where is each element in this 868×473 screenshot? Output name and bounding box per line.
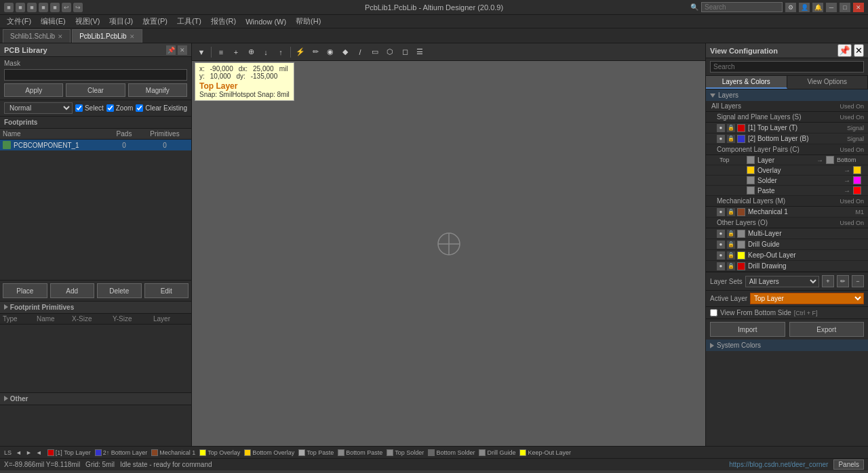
- keepout-color[interactable]: [737, 251, 745, 260]
- user-button[interactable]: 👤: [799, 3, 810, 12]
- menu-place[interactable]: 放置(P): [138, 16, 172, 27]
- lb-top-overlay[interactable]: Top Overlay: [199, 449, 240, 456]
- mech1-layer-lock[interactable]: 🔒: [727, 208, 735, 216]
- add-button[interactable]: Add: [50, 283, 95, 298]
- multi-layer-color[interactable]: [737, 230, 745, 238]
- tb-pencil-btn[interactable]: ✏: [309, 45, 322, 59]
- minimize-button[interactable]: ─: [826, 3, 837, 12]
- apply-button[interactable]: Apply: [4, 83, 63, 97]
- menu-project[interactable]: 项目(J): [105, 16, 137, 27]
- multi-layer-row[interactable]: ● 🔒 Multi-Layer: [706, 228, 868, 239]
- mask-input[interactable]: [4, 69, 187, 81]
- bottom-layer-vis[interactable]: ●: [717, 135, 725, 143]
- menu-edit[interactable]: 编辑(E): [37, 16, 70, 27]
- clear-existing-checkbox[interactable]: [136, 104, 143, 112]
- top-layer-row[interactable]: ● 🔒 [1] Top Layer (T) Signal: [706, 123, 868, 133]
- edit-button[interactable]: Edit: [144, 283, 189, 298]
- bottom-layer-row[interactable]: ● 🔒 [2] Bottom Layer (B) Signal: [706, 133, 868, 144]
- lb-drill-guide[interactable]: Drill Guide: [479, 449, 515, 456]
- tb-diamond-btn[interactable]: ◆: [338, 45, 352, 59]
- rp-search-input[interactable]: [710, 61, 864, 73]
- lb-top-paste[interactable]: Top Paste: [298, 449, 334, 456]
- tb-power-btn[interactable]: ⚡: [294, 45, 307, 59]
- tab-pcblib[interactable]: PcbLib1.PcbLib ✕: [72, 29, 142, 43]
- lb-prev[interactable]: ◄: [14, 449, 23, 456]
- export-button[interactable]: Export: [789, 322, 865, 337]
- bottom-layer-color[interactable]: [737, 135, 745, 143]
- other-layers-header[interactable]: Other Layers (O) Used On: [706, 218, 868, 228]
- canvas-area[interactable]: ▼ ≡ + ⊕ ↓ ↑ ⚡ ✏ ◉ ◆ / ▭ ⬡ ◻ ☰ x: -90,000…: [192, 43, 705, 446]
- tb-add-btn[interactable]: +: [229, 45, 243, 59]
- multi-layer-lock[interactable]: 🔒: [727, 230, 735, 238]
- tb-list-btn[interactable]: ☰: [413, 45, 427, 59]
- signal-layers-header[interactable]: Signal and Plane Layers (S) Used On: [706, 112, 868, 123]
- multi-layer-vis[interactable]: ●: [717, 230, 725, 238]
- normal-dropdown[interactable]: Normal: [4, 102, 73, 114]
- mech1-layer-row[interactable]: ● 🔒 Mechanical 1 M1: [706, 207, 868, 218]
- drill-drawing-color[interactable]: [737, 262, 745, 270]
- keepout-vis[interactable]: ●: [717, 251, 725, 260]
- drill-guide-vis[interactable]: ●: [717, 241, 725, 249]
- layer-sets-edit-btn[interactable]: ✏: [837, 275, 849, 287]
- active-layer-select[interactable]: Top Layer: [750, 293, 864, 304]
- fp-row-0[interactable]: PCBCOMPONENT_1 0 0: [0, 140, 191, 150]
- tab-pcblib-close[interactable]: ✕: [130, 33, 135, 40]
- tab-schlib-close[interactable]: ✕: [58, 33, 63, 40]
- top-layer-lock[interactable]: 🔒: [727, 124, 735, 132]
- view-from-bottom-checkbox[interactable]: [710, 309, 717, 316]
- layer-sets-add-btn[interactable]: +: [822, 275, 834, 287]
- bottom-layer-lock[interactable]: 🔒: [727, 135, 735, 143]
- place-button[interactable]: Place: [3, 283, 47, 298]
- lb-next[interactable]: ►: [24, 449, 33, 456]
- drill-drawing-lock[interactable]: 🔒: [727, 262, 735, 270]
- lb-keepout[interactable]: Keep-Out Layer: [519, 449, 571, 456]
- tb-circle-btn[interactable]: ◉: [323, 45, 337, 59]
- right-panel-pin[interactable]: 📌: [837, 44, 852, 57]
- tb-hex-btn[interactable]: ⬡: [383, 45, 397, 59]
- tab-schlib[interactable]: Schlib1.SchLib ✕: [3, 29, 71, 43]
- settings-button[interactable]: ⚙: [785, 3, 796, 12]
- notify-button[interactable]: 🔔: [812, 3, 823, 12]
- maximize-button[interactable]: □: [840, 3, 850, 12]
- zoom-checkbox[interactable]: [106, 104, 114, 112]
- import-button[interactable]: Import: [710, 322, 785, 337]
- layers-section-header[interactable]: Layers: [706, 89, 868, 101]
- menu-window[interactable]: Window (W): [241, 17, 290, 26]
- keepout-lock[interactable]: 🔒: [727, 251, 735, 260]
- tb-filter-btn[interactable]: ▼: [195, 45, 208, 59]
- drill-guide-color[interactable]: [737, 241, 745, 249]
- status-url[interactable]: https://blog.csdn.net/deer_corner: [729, 461, 828, 468]
- drill-drawing-row[interactable]: ● 🔒 Drill Drawing: [706, 261, 868, 272]
- all-layers-header[interactable]: All Layers Used On: [706, 101, 868, 112]
- title-search-input[interactable]: [701, 2, 783, 12]
- panels-button[interactable]: Panels: [833, 459, 864, 470]
- menu-reports[interactable]: 报告(R): [207, 16, 240, 27]
- lb-top-layer[interactable]: [1] Top Layer: [47, 449, 91, 456]
- top-layer-vis[interactable]: ●: [717, 124, 725, 132]
- drill-drawing-vis[interactable]: ●: [717, 262, 725, 270]
- close-button[interactable]: ✕: [853, 3, 864, 12]
- system-colors-header[interactable]: System Colors: [706, 340, 868, 351]
- left-panel-close[interactable]: ✕: [178, 45, 187, 55]
- tb-down-btn[interactable]: ↓: [259, 45, 273, 59]
- tb-line-btn[interactable]: /: [353, 45, 367, 59]
- tb-wire-btn[interactable]: ≡: [214, 45, 228, 59]
- mech-layers-header[interactable]: Mechanical Layers (M) Used On: [706, 196, 868, 207]
- clear-button[interactable]: Clear: [66, 83, 125, 97]
- layer-sets-del-btn[interactable]: −: [852, 275, 864, 287]
- menu-tools[interactable]: 工具(T): [173, 16, 205, 27]
- tb-up-btn[interactable]: ↑: [274, 45, 288, 59]
- drill-guide-lock[interactable]: 🔒: [727, 241, 735, 249]
- mech1-layer-color[interactable]: [737, 208, 745, 216]
- lb-top-solder[interactable]: Top Solder: [387, 449, 424, 456]
- top-layer-color[interactable]: [737, 124, 745, 132]
- magnify-button[interactable]: Magnify: [128, 83, 187, 97]
- comp-layer-pairs-header[interactable]: Component Layer Pairs (C) Used On: [706, 144, 868, 155]
- drill-guide-row[interactable]: ● 🔒 Drill Guide: [706, 239, 868, 250]
- lb-mech1[interactable]: Mechanical 1: [151, 449, 195, 456]
- left-panel-pin[interactable]: 📌: [166, 45, 176, 55]
- lb-bottom-layer[interactable]: 2↑ Bottom Layer: [95, 449, 148, 456]
- menu-view[interactable]: 视图(V): [71, 16, 104, 27]
- menu-file[interactable]: 文件(F): [3, 16, 35, 27]
- right-panel-close[interactable]: ✕: [854, 44, 864, 57]
